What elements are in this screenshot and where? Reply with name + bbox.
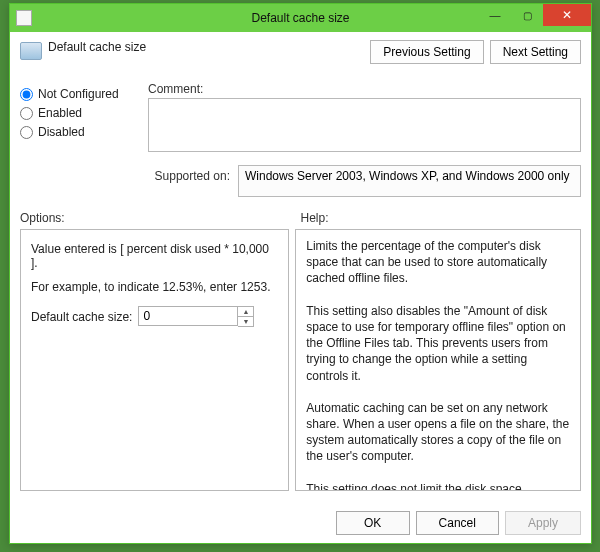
radio-enabled-input[interactable] (20, 107, 33, 120)
radio-enabled[interactable]: Enabled (20, 106, 140, 120)
supported-row: Supported on: Windows Server 2003, Windo… (148, 165, 581, 197)
client-area: Default cache size Previous Setting Next… (10, 32, 591, 543)
nav-buttons: Previous Setting Next Setting (370, 40, 581, 64)
radio-not-configured-input[interactable] (20, 88, 33, 101)
supported-label: Supported on: (148, 165, 230, 183)
cancel-button[interactable]: Cancel (416, 511, 499, 535)
cache-size-spinner[interactable]: ▲ ▼ (138, 306, 254, 327)
dialog-footer: OK Cancel Apply (336, 511, 581, 535)
spinner-up-icon[interactable]: ▲ (238, 307, 253, 317)
ok-button[interactable]: OK (336, 511, 410, 535)
panels-labels: Options: Help: (20, 211, 581, 225)
radio-enabled-label: Enabled (38, 106, 82, 120)
comment-input[interactable] (148, 98, 581, 152)
options-label: Options: (20, 211, 301, 225)
window-controls (479, 4, 591, 26)
supported-text: Windows Server 2003, Windows XP, and Win… (238, 165, 581, 197)
previous-setting-button[interactable]: Previous Setting (370, 40, 483, 64)
cache-size-input[interactable] (138, 306, 238, 326)
close-button[interactable] (543, 4, 591, 26)
spinner-down-icon[interactable]: ▼ (238, 317, 253, 326)
group-policy-window: Default cache size Default cache size Pr… (9, 3, 592, 544)
state-radios: Not Configured Enabled Disabled (20, 82, 140, 197)
cache-size-field: Default cache size: ▲ ▼ (31, 306, 278, 327)
options-panel: Value entered is [ percent disk used * 1… (20, 229, 289, 491)
panels: Value entered is [ percent disk used * 1… (20, 229, 581, 491)
maximize-button[interactable] (511, 4, 543, 26)
comment-block: Comment: Supported on: Windows Server 20… (148, 82, 581, 197)
policy-title: Default cache size (48, 40, 364, 54)
radio-not-configured[interactable]: Not Configured (20, 87, 140, 101)
cache-size-label: Default cache size: (31, 310, 132, 324)
state-row: Not Configured Enabled Disabled Comment:… (20, 82, 581, 197)
spinner-buttons: ▲ ▼ (238, 306, 254, 327)
radio-not-configured-label: Not Configured (38, 87, 119, 101)
header-row: Default cache size Previous Setting Next… (20, 40, 581, 64)
radio-disabled[interactable]: Disabled (20, 125, 140, 139)
comment-label: Comment: (148, 82, 581, 96)
titlebar: Default cache size (10, 4, 591, 32)
next-setting-button[interactable]: Next Setting (490, 40, 581, 64)
radio-disabled-input[interactable] (20, 126, 33, 139)
radio-disabled-label: Disabled (38, 125, 85, 139)
help-label: Help: (301, 211, 329, 225)
policy-icon (20, 42, 42, 60)
help-panel[interactable]: Limits the percentage of the computer's … (295, 229, 581, 491)
options-line-2: For example, to indicate 12.53%, enter 1… (31, 280, 278, 294)
window-icon (16, 10, 32, 26)
minimize-button[interactable] (479, 4, 511, 26)
apply-button: Apply (505, 511, 581, 535)
options-line-1: Value entered is [ percent disk used * 1… (31, 242, 278, 270)
